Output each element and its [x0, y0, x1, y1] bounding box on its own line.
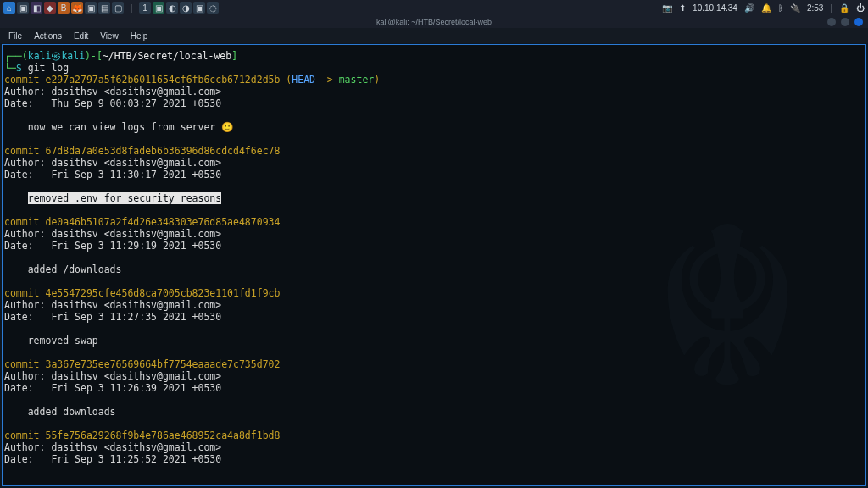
- task-app4-icon[interactable]: ▣: [193, 2, 205, 14]
- date-line: Date: Thu Sep 9 00:03:27 2021 +0530: [4, 97, 221, 109]
- ip-label: 10.10.14.34: [693, 3, 737, 13]
- commit-label: commit: [4, 216, 45, 228]
- commit-hash: e297a2797a5f62b6011654cf6fb6ccb6712d2d5b: [45, 74, 280, 86]
- terminal-icon[interactable]: ▣: [85, 2, 97, 14]
- burp-icon[interactable]: B: [58, 2, 70, 14]
- head-ref: HEAD: [292, 74, 321, 86]
- commit-hash: 4e5547295cfe456d8ca7005cb823e1101fd1f9cb: [45, 287, 280, 299]
- task-app5-icon[interactable]: ◌: [207, 2, 219, 14]
- network-icon[interactable]: ⬆: [679, 3, 686, 13]
- menu-edit[interactable]: Edit: [74, 31, 88, 41]
- firefox-icon[interactable]: 🦊: [71, 2, 83, 14]
- commit-message: removed swap: [4, 335, 98, 347]
- browser-icon[interactable]: ◧: [31, 2, 42, 14]
- lock-icon[interactable]: 🔒: [839, 3, 849, 13]
- window-titlebar[interactable]: kali@kali: ~/HTB/Secret/local-web: [0, 15, 868, 28]
- commit-label: commit: [4, 358, 45, 370]
- commit-hash: 55fe756a29268f9b4e786ae468952ca4a8df1bd8: [45, 430, 280, 441]
- date-line: Date: Fri Sep 3 11:25:52 2021 +0530: [4, 453, 221, 465]
- panel-separator: |: [830, 3, 832, 13]
- branch-master: master: [339, 74, 375, 86]
- show-desktop-icon[interactable]: ▢: [112, 2, 124, 14]
- window-minimize-icon[interactable]: [827, 18, 836, 26]
- task-app2-icon[interactable]: ◐: [166, 2, 178, 14]
- commit-hash: de0a46b5107a2f4d26e348303e76d85ae4870934: [45, 216, 280, 228]
- clock-label: 2:53: [807, 3, 823, 13]
- arrow-icon: ->: [321, 74, 339, 86]
- menu-actions[interactable]: Actions: [34, 31, 62, 41]
- prompt-host: kali: [61, 50, 85, 62]
- prompt-end: ]: [231, 50, 237, 62]
- commit-hash: 67d8da7a0e53d8fadeb6b36396d86cdcd4f6ec78: [45, 145, 280, 157]
- commit-hash: 3a367e735ee76569664bf7754eaaade7c735d702: [45, 358, 280, 370]
- highlighted-selection[interactable]: removed .env for security reasons: [28, 192, 221, 204]
- commit-label: commit: [4, 287, 45, 299]
- prompt-path: ~/HTB/Secret/local-web: [103, 50, 231, 62]
- files-icon[interactable]: ▣: [17, 2, 29, 14]
- date-line: Date: Fri Sep 3 11:27:35 2021 +0530: [4, 311, 221, 323]
- prompt-close: )-[: [85, 50, 103, 62]
- commit-label: commit: [4, 145, 45, 157]
- ws1-icon[interactable]: 1: [139, 2, 151, 14]
- volume-icon[interactable]: 🔊: [744, 3, 754, 13]
- date-line: Date: Fri Sep 3 11:29:19 2021 +0530: [4, 240, 221, 252]
- task-term-icon[interactable]: ▣: [153, 2, 164, 14]
- recording-icon[interactable]: 📷: [662, 3, 672, 13]
- author-line: Author: dasithsv <dasithsv@gmail.com>: [4, 441, 221, 453]
- paren-close: ): [374, 74, 380, 86]
- tool1-icon[interactable]: ◆: [44, 2, 56, 14]
- author-line: Author: dasithsv <dasithsv@gmail.com>: [4, 370, 221, 382]
- date-line: Date: Fri Sep 3 11:26:39 2021 +0530: [4, 382, 221, 394]
- commit-label: commit: [4, 74, 45, 86]
- commit-message: added /downloads: [4, 263, 121, 275]
- terminal-output[interactable]: ┌──(kali㉿kali)-[~/HTB/Secret/local-web] …: [4, 50, 864, 465]
- date-line: Date: Fri Sep 3 11:30:17 2021 +0530: [4, 169, 221, 180]
- commit-message: added downloads: [4, 406, 116, 418]
- xfce-panel[interactable]: ⌂ ▣ ◧ ◆ B 🦊 ▣ ▤ ▢ | 1 ▣ ◐ ◑ ▣ ◌ 📷 ⬆ 10.1…: [0, 0, 868, 15]
- panel-separator: |: [125, 2, 137, 14]
- terminal-menubar: File Actions Edit View Help: [0, 28, 868, 43]
- window-maximize-icon[interactable]: [841, 18, 849, 26]
- power-icon[interactable]: ⏻: [856, 3, 865, 13]
- menu-help[interactable]: Help: [131, 31, 148, 41]
- window-title: kali@kali: ~/HTB/Secret/local-web: [376, 18, 492, 26]
- menu-view[interactable]: View: [100, 31, 119, 41]
- prompt-dollar: $: [16, 62, 22, 74]
- task-app3-icon[interactable]: ◑: [180, 2, 192, 14]
- battery-icon[interactable]: 🔌: [790, 3, 800, 13]
- prompt-corner2: └─: [4, 62, 16, 74]
- kali-menu-icon[interactable]: ⌂: [3, 2, 15, 14]
- window-close-icon[interactable]: [854, 18, 863, 26]
- author-line: Author: dasithsv <dasithsv@gmail.com>: [4, 299, 221, 311]
- bluetooth-icon[interactable]: ᛒ: [778, 3, 783, 13]
- prompt-user: kali: [28, 50, 52, 62]
- author-line: Author: dasithsv <dasithsv@gmail.com>: [4, 86, 221, 97]
- paren-open: (: [280, 74, 292, 86]
- terminal-viewport[interactable]: ☬ ┌──(kali㉿kali)-[~/HTB/Secret/local-web…: [2, 44, 866, 486]
- editor-icon[interactable]: ▤: [98, 2, 110, 14]
- prompt-at-icon: ㉿: [51, 50, 61, 62]
- commit-label: commit: [4, 430, 45, 441]
- msg-indent: [4, 192, 28, 204]
- author-line: Author: dasithsv <dasithsv@gmail.com>: [4, 157, 221, 169]
- menu-file[interactable]: File: [8, 31, 22, 41]
- prompt-corner: ┌──(: [4, 50, 28, 62]
- command-text: git log: [22, 62, 69, 74]
- notifications-icon[interactable]: 🔔: [761, 3, 771, 13]
- commit-message: now we can view logs from server 🙂: [4, 121, 233, 133]
- author-line: Author: dasithsv <dasithsv@gmail.com>: [4, 228, 221, 240]
